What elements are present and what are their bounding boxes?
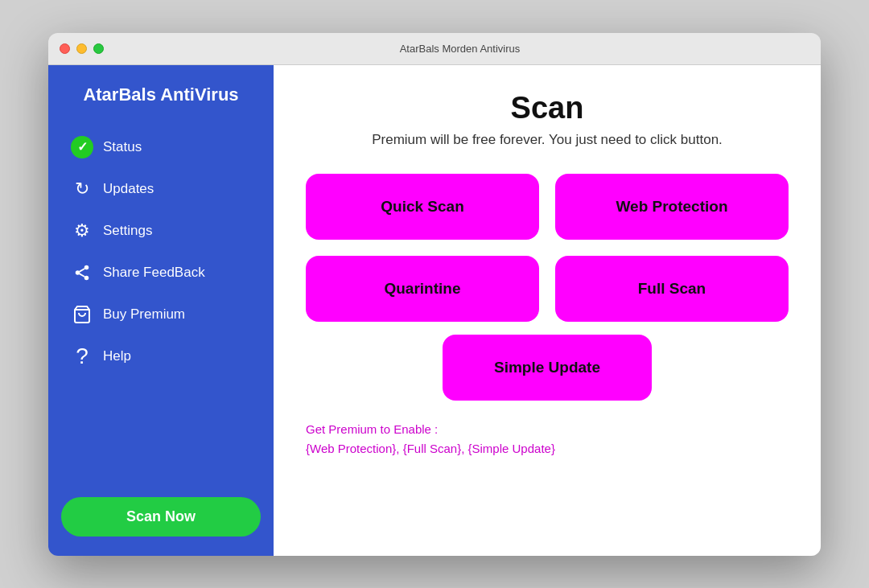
full-scan-button[interactable]: Full Scan — [555, 256, 789, 322]
svg-line-4 — [80, 268, 84, 271]
share-icon — [71, 261, 93, 284]
sidebar-item-settings[interactable]: ⚙ Settings — [61, 212, 261, 250]
window-title: AtarBals Morden Antivirus — [110, 43, 809, 55]
sidebar: AtarBals AntiVirus ✓ Status ↻ Updates ⚙ … — [48, 65, 274, 556]
minimize-button[interactable] — [76, 43, 87, 54]
quarantine-button[interactable]: Quarintine — [306, 256, 539, 322]
cart-icon — [71, 303, 93, 326]
sidebar-item-share-feedback-label: Share FeedBack — [103, 265, 205, 281]
updates-icon: ↻ — [71, 178, 93, 200]
scan-buttons-center-row: Simple Update — [306, 335, 789, 401]
page-subtitle: Premium will be free forever. You just n… — [306, 132, 789, 148]
premium-notice: Get Premium to Enable : {Web Protection}… — [306, 420, 789, 458]
page-title: Scan — [306, 91, 789, 125]
svg-point-1 — [76, 270, 80, 275]
svg-point-0 — [84, 265, 89, 269]
maximize-button[interactable] — [93, 43, 104, 54]
sidebar-item-help[interactable]: ? Help — [61, 337, 261, 376]
settings-icon: ⚙ — [71, 220, 93, 242]
sidebar-item-updates[interactable]: ↻ Updates — [61, 170, 261, 208]
quick-scan-button[interactable]: Quick Scan — [306, 174, 539, 240]
sidebar-item-share-feedback[interactable]: Share FeedBack — [61, 253, 261, 292]
svg-point-2 — [84, 275, 89, 280]
app-title: AtarBals AntiVirus — [61, 84, 261, 105]
close-button[interactable] — [60, 43, 70, 54]
title-bar: AtarBals Morden Antivirus — [48, 33, 821, 65]
scan-now-button[interactable]: Scan Now — [61, 497, 261, 537]
sidebar-item-buy-premium-label: Buy Premium — [103, 306, 185, 323]
simple-update-button[interactable]: Simple Update — [443, 335, 652, 401]
help-icon: ? — [71, 345, 93, 368]
scan-buttons-top-row: Quick Scan Web Protection Quarintine Ful… — [306, 174, 789, 322]
sidebar-item-status-label: Status — [103, 139, 142, 155]
sidebar-nav: ✓ Status ↻ Updates ⚙ Settings — [61, 128, 261, 481]
status-icon: ✓ — [71, 136, 93, 158]
main-content: Scan Premium will be free forever. You j… — [274, 65, 821, 556]
sidebar-item-help-label: Help — [103, 348, 131, 364]
svg-line-3 — [80, 273, 84, 277]
sidebar-item-settings-label: Settings — [103, 223, 152, 239]
app-window: AtarBals Morden Antivirus AtarBals AntiV… — [48, 33, 821, 556]
sidebar-item-buy-premium[interactable]: Buy Premium — [61, 295, 261, 334]
web-protection-button[interactable]: Web Protection — [555, 174, 789, 240]
sidebar-item-updates-label: Updates — [103, 181, 154, 197]
premium-notice-line2: {Web Protection}, {Full Scan}, {Simple U… — [306, 439, 789, 458]
window-body: AtarBals AntiVirus ✓ Status ↻ Updates ⚙ … — [48, 65, 821, 556]
premium-notice-line1: Get Premium to Enable : — [306, 420, 789, 439]
sidebar-item-status[interactable]: ✓ Status — [61, 128, 261, 167]
